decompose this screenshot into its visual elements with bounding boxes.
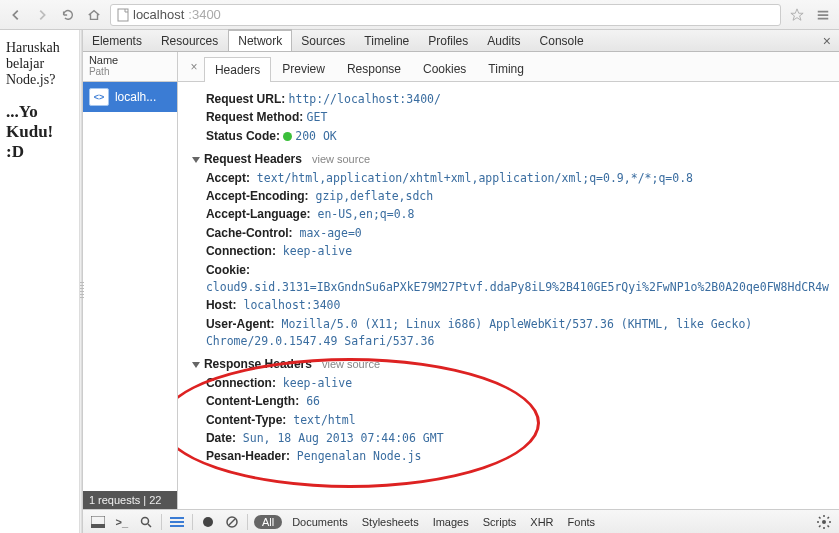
document-icon: <> bbox=[89, 88, 109, 106]
forward-button[interactable] bbox=[32, 5, 52, 25]
svg-point-3 bbox=[141, 517, 148, 524]
network-body: Name Path <> localh... 1 requests | 22 ×… bbox=[83, 52, 839, 509]
dock-icon[interactable] bbox=[89, 513, 107, 531]
menu-button[interactable] bbox=[813, 5, 833, 25]
header-row: Cache-Control: max-age=0 bbox=[206, 225, 829, 242]
tab-console[interactable]: Console bbox=[531, 31, 594, 51]
tab-elements[interactable]: Elements bbox=[83, 31, 152, 51]
header-value: gzip,deflate,sdch bbox=[309, 189, 434, 203]
header-row: Host: localhost:3400 bbox=[206, 297, 829, 314]
filter-fonts[interactable]: Fonts bbox=[564, 516, 600, 528]
triangle-down-icon bbox=[192, 157, 200, 163]
header-key: Cookie: bbox=[206, 263, 250, 277]
header-key: Content-Type: bbox=[206, 413, 286, 427]
tab-preview[interactable]: Preview bbox=[271, 56, 336, 81]
request-item-label: localh... bbox=[115, 90, 156, 104]
header-row: User-Agent: Mozilla/5.0 (X11; Linux i686… bbox=[206, 316, 829, 351]
tab-response[interactable]: Response bbox=[336, 56, 412, 81]
request-url: Request URL: http://localhost:3400/ bbox=[206, 91, 829, 108]
reload-button[interactable] bbox=[58, 5, 78, 25]
devtools-tab-bar: Elements Resources Network Sources Timel… bbox=[83, 30, 839, 52]
header-key: Cache-Control: bbox=[206, 226, 293, 240]
filter-scripts[interactable]: Scripts bbox=[479, 516, 521, 528]
request-list-header[interactable]: Name Path bbox=[83, 52, 177, 82]
bookmark-star-icon[interactable] bbox=[787, 5, 807, 25]
header-value: text/html,application/xhtml+xml,applicat… bbox=[250, 171, 693, 185]
request-list-column: Name Path <> localh... 1 requests | 22 bbox=[83, 52, 178, 509]
header-key: Connection: bbox=[206, 244, 276, 258]
status-dot-icon bbox=[283, 132, 292, 141]
tab-timeline[interactable]: Timeline bbox=[355, 31, 419, 51]
header-value: max-age=0 bbox=[293, 226, 362, 240]
header-key: Accept: bbox=[206, 171, 250, 185]
home-button[interactable] bbox=[84, 5, 104, 25]
page-heading: ...Yo Kudu! :D bbox=[6, 102, 73, 162]
header-value: en-US,en;q=0.8 bbox=[311, 207, 415, 221]
devtools-close-button[interactable]: × bbox=[815, 33, 839, 49]
header-row: Content-Length: 66 bbox=[206, 393, 829, 410]
svg-rect-2 bbox=[91, 524, 105, 528]
search-icon[interactable] bbox=[137, 513, 155, 531]
detail-close-button[interactable]: × bbox=[184, 60, 204, 74]
headers-body: Request URL: http://localhost:3400/ Requ… bbox=[178, 82, 839, 509]
filter-documents[interactable]: Documents bbox=[288, 516, 352, 528]
view-source-link[interactable]: view source bbox=[322, 358, 380, 370]
list-view-icon[interactable] bbox=[168, 513, 186, 531]
status-code: Status Code: 200 OK bbox=[206, 128, 829, 145]
col-path: Path bbox=[89, 66, 171, 77]
header-key: Content-Length: bbox=[206, 394, 299, 408]
filter-stylesheets[interactable]: Stylesheets bbox=[358, 516, 423, 528]
header-value: localhost:3400 bbox=[237, 298, 341, 312]
url-port: :3400 bbox=[188, 7, 221, 22]
filter-all[interactable]: All bbox=[254, 515, 282, 529]
response-headers-section[interactable]: Response Headersview source bbox=[192, 356, 829, 373]
triangle-down-icon bbox=[192, 362, 200, 368]
page-question: Haruskah belajar Node.js? bbox=[6, 40, 73, 88]
header-key: Accept-Encoding: bbox=[206, 189, 309, 203]
svg-rect-0 bbox=[118, 9, 128, 21]
header-value: keep-alive bbox=[276, 376, 352, 390]
tab-network[interactable]: Network bbox=[228, 29, 292, 51]
header-value: Mozilla/5.0 (X11; Linux i686) AppleWebKi… bbox=[206, 317, 752, 348]
view-source-link[interactable]: view source bbox=[312, 153, 370, 165]
filter-xhr[interactable]: XHR bbox=[526, 516, 557, 528]
url-host: localhost bbox=[133, 7, 184, 22]
tab-resources[interactable]: Resources bbox=[152, 31, 228, 51]
request-summary: 1 requests | 22 bbox=[83, 491, 177, 509]
header-key: User-Agent: bbox=[206, 317, 275, 331]
address-bar[interactable]: localhost:3400 bbox=[110, 4, 781, 26]
record-icon[interactable] bbox=[199, 513, 217, 531]
clear-icon[interactable] bbox=[223, 513, 241, 531]
header-row: Accept: text/html,application/xhtml+xml,… bbox=[206, 170, 829, 187]
devtools-footer: >_ All Documents Stylesheets Images Scri… bbox=[83, 509, 839, 533]
tab-headers[interactable]: Headers bbox=[204, 57, 271, 82]
header-key: Connection: bbox=[206, 376, 276, 390]
header-key: Accept-Language: bbox=[206, 207, 311, 221]
header-value: 66 bbox=[299, 394, 320, 408]
tab-sources[interactable]: Sources bbox=[292, 31, 355, 51]
header-row: Pesan-Header: Pengenalan Node.js bbox=[206, 448, 829, 465]
tab-timing[interactable]: Timing bbox=[477, 56, 535, 81]
console-toggle-icon[interactable]: >_ bbox=[113, 513, 131, 531]
tab-profiles[interactable]: Profiles bbox=[419, 31, 478, 51]
request-item[interactable]: <> localh... bbox=[83, 82, 177, 112]
header-key: Host: bbox=[206, 298, 237, 312]
gear-icon[interactable] bbox=[815, 513, 833, 531]
page-content: Haruskah belajar Node.js? ...Yo Kudu! :D bbox=[0, 30, 79, 533]
back-button[interactable] bbox=[6, 5, 26, 25]
request-headers-section[interactable]: Request Headersview source bbox=[192, 151, 829, 168]
header-row: Connection: keep-alive bbox=[206, 243, 829, 260]
response-headers-list: Connection: keep-aliveContent-Length: 66… bbox=[192, 375, 829, 466]
devtools-splitter[interactable] bbox=[79, 30, 82, 533]
filter-images[interactable]: Images bbox=[429, 516, 473, 528]
request-headers-list: Accept: text/html,application/xhtml+xml,… bbox=[192, 170, 829, 351]
header-key: Date: bbox=[206, 431, 236, 445]
header-row: Connection: keep-alive bbox=[206, 375, 829, 392]
tab-cookies[interactable]: Cookies bbox=[412, 56, 477, 81]
tab-audits[interactable]: Audits bbox=[478, 31, 530, 51]
page-icon bbox=[117, 8, 129, 22]
header-key: Pesan-Header: bbox=[206, 449, 290, 463]
request-method: Request Method: GET bbox=[206, 109, 829, 126]
header-row: Accept-Encoding: gzip,deflate,sdch bbox=[206, 188, 829, 205]
devtools-panel: Elements Resources Network Sources Timel… bbox=[82, 30, 839, 533]
